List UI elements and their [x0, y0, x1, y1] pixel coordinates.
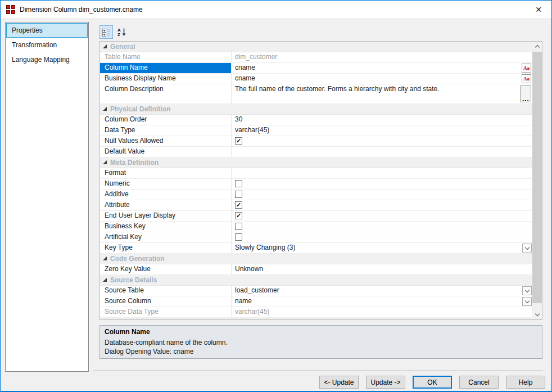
property-row-zero-key-value[interactable]: Zero Key ValueUnknown: [100, 264, 532, 275]
property-row-default-value[interactable]: Default Value: [100, 147, 532, 157]
section-title: Meta Definition: [110, 159, 159, 166]
property-row-business-display-name[interactable]: Business Display NamecnameAa: [100, 74, 532, 84]
categorized-view-button[interactable]: [99, 25, 113, 39]
sidebar-item-language-mapping[interactable]: Language Mapping: [6, 52, 88, 67]
property-value[interactable]: cnameAa: [232, 63, 532, 73]
sort-alphabetical-button[interactable]: A Z: [115, 25, 129, 39]
footer-separator: [93, 371, 543, 371]
checkbox-additive[interactable]: [235, 191, 242, 198]
property-row-numeric[interactable]: Numeric: [100, 179, 532, 190]
section-header-source-details[interactable]: Source Details: [100, 275, 532, 286]
property-row-null-values-allowed[interactable]: Null Values Allowed✓: [100, 136, 532, 147]
grid-toolbar: A Z: [99, 25, 129, 39]
chevron-down-icon: [524, 298, 529, 303]
grid-scrollbar[interactable]: [532, 42, 542, 319]
checkbox-attribute[interactable]: ✓: [235, 201, 242, 209]
property-value[interactable]: cnameAa: [232, 74, 532, 84]
property-label: End User Layer Display: [100, 211, 232, 221]
section-header-meta-definition[interactable]: Meta Definition: [100, 157, 532, 168]
checkbox-null-values-allowed[interactable]: ✓: [235, 137, 242, 145]
close-icon[interactable]: ✕: [526, 1, 551, 18]
property-label: Artificial Key: [100, 232, 232, 242]
scroll-down-button[interactable]: [532, 310, 542, 319]
property-row-data-type[interactable]: Data Typevarchar(45): [100, 125, 532, 136]
property-value[interactable]: dim_customer: [232, 52, 532, 62]
property-label: Additive: [100, 190, 232, 200]
help-button[interactable]: Help: [506, 376, 545, 389]
help-line: Dialog Opening Value: cname: [105, 347, 537, 356]
property-value[interactable]: Unknown: [232, 264, 532, 274]
title-bar: Dimension Column dim_customer.cname ✕: [1, 1, 551, 18]
chevron-up-icon: [535, 45, 539, 49]
update-next-button[interactable]: Update ->: [366, 376, 405, 389]
property-value[interactable]: varchar(45): [232, 307, 532, 317]
property-row-business-key[interactable]: Business Key: [100, 222, 532, 232]
dropdown-button-source-table[interactable]: [522, 286, 532, 295]
property-value: [232, 179, 532, 189]
section-header-code-generation[interactable]: Code Generation: [100, 254, 532, 264]
property-row-additive[interactable]: Additive: [100, 190, 532, 200]
section-title: Transformation: [110, 319, 159, 319]
sort-alphabetical-icon: A Z: [117, 28, 126, 37]
property-row-table-name[interactable]: Table Namedim_customer: [100, 52, 532, 63]
section-header-transformation[interactable]: Transformation: [100, 318, 532, 319]
property-row-column-order[interactable]: Column Order30: [100, 115, 532, 125]
checkbox-numeric[interactable]: [235, 180, 242, 187]
property-row-source-table[interactable]: Source Tableload_customer: [100, 286, 532, 296]
property-row-format[interactable]: Format: [100, 168, 532, 179]
property-row-end-user-layer-display[interactable]: End User Layer Display✓: [100, 211, 532, 222]
property-row-column-name[interactable]: Column NamecnameAa: [100, 63, 532, 74]
property-row-attribute[interactable]: Attribute✓: [100, 200, 532, 211]
section-header-physical-definition[interactable]: Physical Definition: [100, 104, 532, 115]
property-value-text: varchar(45): [235, 126, 269, 134]
property-row-source-column[interactable]: Source Columnname: [100, 296, 532, 307]
property-value[interactable]: name: [232, 296, 532, 307]
property-row-source-data-type[interactable]: Source Data Typevarchar(45): [100, 307, 532, 318]
case-sensitivity-button[interactable]: Aa: [522, 74, 531, 83]
section-header-general[interactable]: General: [100, 42, 532, 52]
property-value: [232, 222, 532, 232]
checkbox-end-user-layer-display[interactable]: ✓: [235, 212, 242, 219]
sidebar-item-properties[interactable]: Properties: [6, 23, 88, 38]
chevron-down-icon: [524, 245, 529, 249]
property-value[interactable]: load_customer: [232, 286, 532, 296]
expander-icon: [103, 278, 107, 282]
scrollbar-thumb[interactable]: [532, 52, 542, 303]
property-label: Column Order: [100, 115, 232, 125]
expander-icon: [103, 107, 107, 111]
property-label: Business Display Name: [100, 74, 232, 84]
ok-button[interactable]: OK: [413, 376, 452, 389]
checkbox-artificial-key[interactable]: [235, 233, 242, 241]
property-value[interactable]: Slowly Changing (3): [232, 243, 532, 253]
property-value[interactable]: The full name of the customer. Forms a h…: [232, 84, 532, 103]
property-row-artificial-key[interactable]: Artificial Key: [100, 232, 532, 243]
property-row-column-description[interactable]: Column DescriptionThe full name of the c…: [100, 84, 532, 104]
section-title: General: [110, 43, 135, 51]
section-title: Code Generation: [110, 255, 165, 263]
property-label: Zero Key Value: [100, 264, 232, 274]
ellipsis-button[interactable]: …: [520, 85, 531, 102]
property-value-text: dim_customer: [235, 53, 277, 61]
dimension-column-dialog: Dimension Column dim_customer.cname ✕ Pr…: [0, 0, 552, 392]
expander-icon: [103, 160, 107, 164]
chevron-down-icon: [535, 312, 539, 316]
property-label: Source Column: [100, 296, 232, 307]
help-pane: Column Name Database-compliant name of t…: [99, 325, 542, 359]
property-value-text: name: [235, 297, 252, 305]
property-label: Source Table: [100, 286, 232, 296]
cancel-button[interactable]: Cancel: [459, 376, 499, 389]
update-previous-button[interactable]: <- Update: [319, 376, 359, 389]
scroll-up-button[interactable]: [532, 42, 542, 51]
property-value[interactable]: 30: [232, 115, 532, 125]
sidebar-tab-list: PropertiesTransformationLanguage Mapping: [5, 22, 89, 372]
property-value[interactable]: varchar(45): [232, 125, 532, 136]
checkbox-business-key[interactable]: [235, 223, 242, 230]
property-value[interactable]: [232, 168, 532, 178]
dropdown-button-source-column[interactable]: [522, 297, 532, 306]
section-title: Source Details: [110, 276, 157, 284]
case-sensitivity-button[interactable]: Aa: [522, 64, 531, 73]
property-row-key-type[interactable]: Key TypeSlowly Changing (3): [100, 243, 532, 254]
property-value[interactable]: [232, 147, 532, 157]
dropdown-button-key-type[interactable]: [522, 244, 532, 253]
sidebar-item-transformation[interactable]: Transformation: [6, 38, 88, 52]
